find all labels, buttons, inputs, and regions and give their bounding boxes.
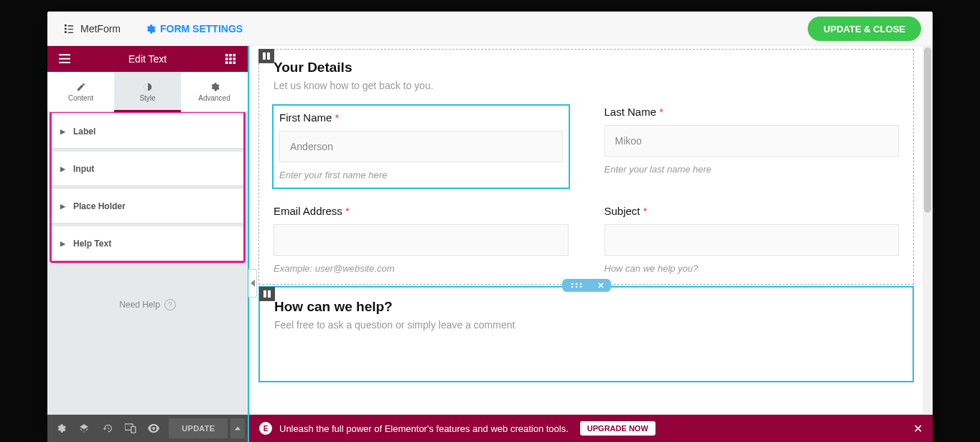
widget-first-name[interactable]: First Name * Enter your first name here <box>274 106 569 188</box>
promo-text: Unleash the full power of Elementor's fe… <box>279 423 569 434</box>
accordion-placeholder[interactable]: ▶ Place Holder <box>52 189 243 224</box>
section-add-handle[interactable] <box>562 279 611 292</box>
accordion-input[interactable]: ▶ Input <box>52 152 243 186</box>
preview-button[interactable] <box>143 418 164 439</box>
svg-point-10 <box>579 286 582 288</box>
responsive-button[interactable] <box>120 418 141 439</box>
svg-rect-12 <box>268 290 271 298</box>
tab-content[interactable]: Content <box>47 72 114 111</box>
elementor-badge-icon: E <box>259 422 272 435</box>
upgrade-now-button[interactable]: UPGRADE NOW <box>580 421 655 436</box>
label-text: Email Address <box>274 205 342 217</box>
section-subtitle: Feel free to ask a question or simply le… <box>274 319 898 331</box>
dots-icon <box>570 282 583 288</box>
tab-style-label: Style <box>139 94 155 102</box>
grid-icon <box>225 54 235 64</box>
svg-point-9 <box>575 286 577 288</box>
section-heading: Your Details <box>274 60 899 75</box>
required-asterisk: * <box>345 205 350 217</box>
metform-logo-icon <box>63 23 75 34</box>
accordion-item-label: Place Holder <box>73 201 126 211</box>
field-label: Subject * <box>605 205 900 217</box>
editor-panel: Edit Text Content Style Advanced <box>47 46 249 442</box>
scrollbar-thumb[interactable] <box>924 47 931 213</box>
accordion-help-text[interactable]: ▶ Help Text <box>52 226 243 261</box>
columns-icon <box>262 52 271 60</box>
svg-rect-4 <box>267 52 270 60</box>
widget-subject[interactable]: Subject * How can we help you? <box>605 205 900 274</box>
caret-up-icon <box>235 426 241 431</box>
panel-menu-button[interactable] <box>53 54 76 64</box>
promo-close-button[interactable]: ✕ <box>913 422 923 436</box>
eye-icon <box>148 423 159 433</box>
upgrade-promo-bar: E Unleash the full power of Elementor's … <box>249 415 933 442</box>
metform-brand: MetForm <box>63 23 121 34</box>
drag-handle[interactable] <box>562 279 591 292</box>
responsive-icon <box>125 423 136 433</box>
modal-body: Edit Text Content Style Advanced <box>47 46 933 442</box>
section-subtitle: Let us know how to get back to you. <box>274 80 899 91</box>
section-how-help[interactable]: How can we help? Feel free to ask a ques… <box>258 286 914 382</box>
caret-right-icon: ▶ <box>60 128 66 135</box>
panel-collapse-handle[interactable] <box>248 269 257 298</box>
tab-style[interactable]: Style <box>114 72 181 111</box>
pencil-icon <box>76 82 86 92</box>
panel-widgets-button[interactable] <box>219 54 242 64</box>
tab-advanced[interactable]: Advanced <box>181 72 248 111</box>
update-close-button[interactable]: UPDATE & CLOSE <box>808 17 921 41</box>
widget-email[interactable]: Email Address * Example: user@website.co… <box>274 205 569 274</box>
required-asterisk: * <box>335 111 340 124</box>
field-help-text: Enter your first name here <box>279 170 563 180</box>
modal-top-bar: MetForm FORM SETTINGS UPDATE & CLOSE <box>47 11 933 46</box>
metform-modal: MetForm FORM SETTINGS UPDATE & CLOSE Edi… <box>47 11 933 442</box>
style-accordion: ▶ Label ▶ Input ▶ Place Holder ▶ Help Te… <box>47 112 248 263</box>
need-help-label: Need Help <box>119 300 160 310</box>
history-button[interactable] <box>97 418 118 439</box>
need-help-link[interactable]: Need Help ? <box>47 263 248 310</box>
field-help-text: Example: user@website.com <box>274 263 569 274</box>
caret-right-icon: ▶ <box>60 203 66 210</box>
form-settings-link[interactable]: FORM SETTINGS <box>145 23 243 34</box>
section-delete-button[interactable] <box>591 279 611 292</box>
column-handle[interactable] <box>258 49 274 63</box>
form-settings-label: FORM SETTINGS <box>160 23 243 34</box>
help-icon: ? <box>164 299 176 310</box>
svg-point-7 <box>579 283 582 285</box>
panel-header: Edit Text <box>47 46 248 72</box>
first-name-input[interactable] <box>279 131 563 162</box>
accordion-item-label: Label <box>73 126 95 137</box>
email-input[interactable] <box>274 224 569 256</box>
svg-point-8 <box>571 286 573 288</box>
svg-rect-2 <box>131 427 135 433</box>
close-icon <box>598 282 604 288</box>
layers-icon <box>79 423 89 433</box>
widget-last-name[interactable]: Last Name * Enter your last name here <box>605 106 900 188</box>
accordion-item-label: Input <box>73 164 94 174</box>
panel-title: Edit Text <box>76 53 219 65</box>
last-name-input[interactable] <box>605 125 900 157</box>
svg-rect-11 <box>263 290 266 298</box>
history-icon <box>103 423 113 433</box>
accordion-label[interactable]: ▶ Label <box>52 114 243 149</box>
section-your-details[interactable]: Your Details Let us know how to get back… <box>258 49 914 285</box>
update-options-button[interactable] <box>230 418 245 438</box>
columns-icon <box>263 290 271 298</box>
caret-right-icon: ▶ <box>60 165 66 172</box>
settings-button[interactable] <box>50 418 72 439</box>
gear-icon <box>145 24 156 34</box>
gear-icon <box>56 423 66 433</box>
label-text: Subject <box>605 205 640 217</box>
tab-content-label: Content <box>68 94 93 102</box>
field-label: Last Name * <box>605 106 900 118</box>
navigator-button[interactable] <box>73 418 95 439</box>
scrollbar-track[interactable] <box>923 46 933 415</box>
required-asterisk: * <box>643 205 648 217</box>
label-text: Last Name <box>605 106 657 118</box>
highlight-annotation: ▶ Label ▶ Input ▶ Place Holder ▶ Help Te… <box>50 112 246 263</box>
subject-input[interactable] <box>605 224 900 256</box>
field-help-text: Enter your last name here <box>605 164 900 175</box>
field-help-text: How can we help you? <box>605 263 900 274</box>
column-handle[interactable] <box>259 287 275 301</box>
update-button[interactable]: UPDATE <box>169 418 228 438</box>
tab-advanced-label: Advanced <box>198 94 230 102</box>
